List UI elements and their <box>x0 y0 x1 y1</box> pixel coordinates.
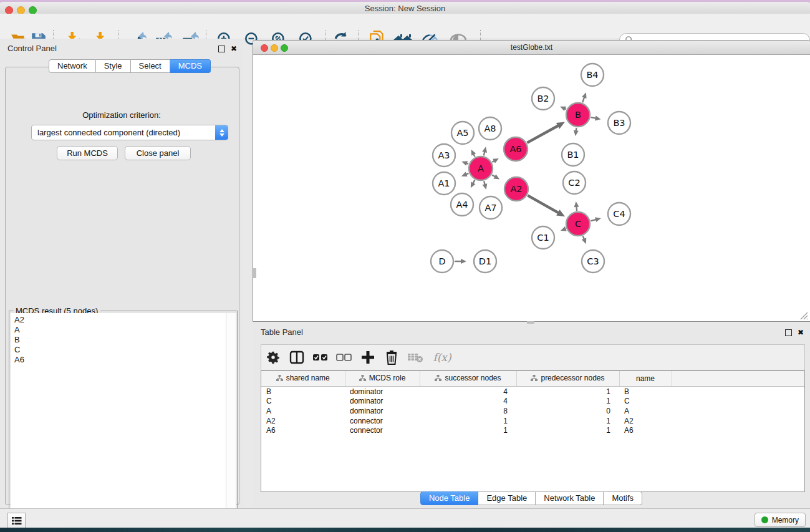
graph-node-C4[interactable]: C4 <box>608 203 630 225</box>
column-view-icon[interactable] <box>285 347 309 368</box>
cell-predecessor-nodes[interactable]: 1 <box>516 387 619 397</box>
tab-select[interactable]: Select <box>131 59 170 73</box>
cell-successor-nodes[interactable]: 4 <box>420 387 516 397</box>
node-label: B4 <box>586 70 598 80</box>
delete-table-icon[interactable] <box>403 347 427 368</box>
cell-name[interactable]: B <box>619 387 672 397</box>
float-table-panel-icon[interactable] <box>785 329 792 336</box>
cell-shared-name[interactable]: A <box>261 406 345 416</box>
node-table[interactable]: shared nameMCDS rolesuccessor nodesprede… <box>261 370 805 492</box>
criterion-dropdown[interactable]: largest connected component (directed) <box>31 125 228 140</box>
graph-node-A6[interactable]: A6 <box>504 137 528 161</box>
graph-node-A3[interactable]: A3 <box>433 144 455 167</box>
graph-node-A[interactable]: A <box>469 157 493 180</box>
graph-node-A8[interactable]: A8 <box>479 117 501 140</box>
cell-predecessor-nodes[interactable]: 1 <box>516 425 619 435</box>
result-item[interactable]: A <box>14 325 226 335</box>
result-item[interactable]: B <box>14 335 226 345</box>
table-settings-icon[interactable] <box>261 347 285 368</box>
add-column-icon[interactable] <box>356 347 380 368</box>
graph-node-D1[interactable]: D1 <box>474 250 496 273</box>
close-table-panel-icon[interactable]: ✖ <box>798 328 804 337</box>
table-row[interactable]: Bdominator41B <box>261 387 804 397</box>
network-graph[interactable]: AA1A2A3A4A5A6A7A8BB1B2B3B4CC1C2C3C4DD1 <box>253 55 809 321</box>
cell-MCDS-role[interactable]: dominator <box>345 406 420 416</box>
graph-node-B[interactable]: B <box>566 103 590 127</box>
cell-name[interactable]: A <box>619 406 672 416</box>
cell-successor-nodes[interactable]: 8 <box>420 406 516 416</box>
graph-node-C1[interactable]: C1 <box>532 226 554 249</box>
cell-name[interactable]: A6 <box>619 425 672 435</box>
cell-successor-nodes[interactable]: 4 <box>420 397 516 407</box>
cell-predecessor-nodes[interactable]: 1 <box>516 397 619 407</box>
cell-predecessor-nodes[interactable]: 1 <box>516 416 619 426</box>
column-header-MCDS-role[interactable]: MCDS role <box>345 371 420 387</box>
graph-node-B2[interactable]: B2 <box>532 87 554 110</box>
result-scrollbar[interactable] <box>226 313 236 523</box>
close-panel-icon[interactable]: ✖ <box>231 44 237 53</box>
column-header-predecessor-nodes[interactable]: predecessor nodes <box>516 371 619 387</box>
horizontal-scroll-nub[interactable] <box>527 321 534 324</box>
close-panel-button[interactable]: Close panel <box>125 146 191 160</box>
function-builder-icon[interactable]: f(x) <box>427 347 457 368</box>
cell-MCDS-role[interactable]: dominator <box>345 397 420 407</box>
window-titlebar[interactable]: Session: New Session <box>0 2 810 14</box>
result-item[interactable]: C <box>14 345 226 355</box>
tab-node-table[interactable]: Node Table <box>420 491 479 505</box>
run-mcds-button[interactable]: Run MCDS <box>57 146 118 160</box>
graph-node-C3[interactable]: C3 <box>582 250 604 273</box>
cell-name[interactable]: A2 <box>619 416 672 426</box>
tab-network[interactable]: Network <box>49 59 96 73</box>
column-header-name[interactable]: name <box>619 371 672 387</box>
cell-shared-name[interactable]: A6 <box>261 425 345 435</box>
tab-network-table[interactable]: Network Table <box>536 491 604 505</box>
network-window-titlebar[interactable]: testGlobe.txt <box>253 41 810 55</box>
table-row[interactable]: Adominator80A <box>261 406 804 416</box>
graph-node-A7[interactable]: A7 <box>480 196 502 219</box>
graph-node-A4[interactable]: A4 <box>451 193 473 216</box>
canvas-scroll-nub[interactable] <box>253 268 256 278</box>
deselect-all-icon[interactable] <box>332 347 356 368</box>
graph-node-B4[interactable]: B4 <box>581 64 604 86</box>
memory-button[interactable]: Memory <box>755 513 806 527</box>
result-item[interactable]: A6 <box>14 355 226 365</box>
column-header-shared-name[interactable]: shared name <box>261 371 345 387</box>
tab-style[interactable]: Style <box>96 59 131 73</box>
graph-node-B3[interactable]: B3 <box>608 112 630 134</box>
edge-A2-C[interactable] <box>528 195 559 213</box>
cell-successor-nodes[interactable]: 1 <box>420 416 516 426</box>
graph-node-D[interactable]: D <box>431 250 453 273</box>
mcds-result-list[interactable]: A2ABCA6 <box>11 313 226 523</box>
table-row[interactable]: Cdominator41C <box>261 397 804 407</box>
graph-node-A5[interactable]: A5 <box>451 122 474 144</box>
graph-node-B1[interactable]: B1 <box>562 143 584 166</box>
cell-shared-name[interactable]: B <box>261 387 345 397</box>
result-item[interactable]: A2 <box>14 315 226 325</box>
cell-MCDS-role[interactable]: dominator <box>345 387 420 397</box>
graph-node-C2[interactable]: C2 <box>563 172 586 194</box>
network-canvas[interactable]: AA1A2A3A4A5A6A7A8BB1B2B3B4CC1C2C3C4DD1 <box>253 55 809 321</box>
graph-node-A2[interactable]: A2 <box>504 177 528 201</box>
cell-successor-nodes[interactable]: 1 <box>420 425 516 435</box>
graph-node-C[interactable]: C <box>566 212 590 236</box>
tab-mcds[interactable]: MCDS <box>170 59 211 73</box>
cell-shared-name[interactable]: C <box>261 397 345 407</box>
cell-shared-name[interactable]: A2 <box>261 416 345 426</box>
cell-MCDS-role[interactable]: connector <box>345 416 420 426</box>
tab-motifs[interactable]: Motifs <box>604 491 642 505</box>
node-label: D <box>438 256 445 266</box>
table-row[interactable]: A2connector11A2 <box>261 416 804 426</box>
float-panel-icon[interactable] <box>218 46 225 52</box>
cell-predecessor-nodes[interactable]: 0 <box>516 406 619 416</box>
tab-edge-table[interactable]: Edge Table <box>478 491 536 505</box>
column-header-successor-nodes[interactable]: successor nodes <box>420 371 516 387</box>
resize-grip-icon[interactable] <box>799 311 808 320</box>
graph-node-A1[interactable]: A1 <box>433 172 455 195</box>
edge-A6-B[interactable] <box>527 125 559 143</box>
select-all-icon[interactable] <box>309 347 332 368</box>
delete-column-icon[interactable] <box>380 347 403 368</box>
cell-MCDS-role[interactable]: connector <box>345 425 420 435</box>
show-panels-list-icon[interactable] <box>7 513 26 528</box>
table-row[interactable]: A6connector11A6 <box>261 425 804 435</box>
cell-name[interactable]: C <box>619 397 672 407</box>
